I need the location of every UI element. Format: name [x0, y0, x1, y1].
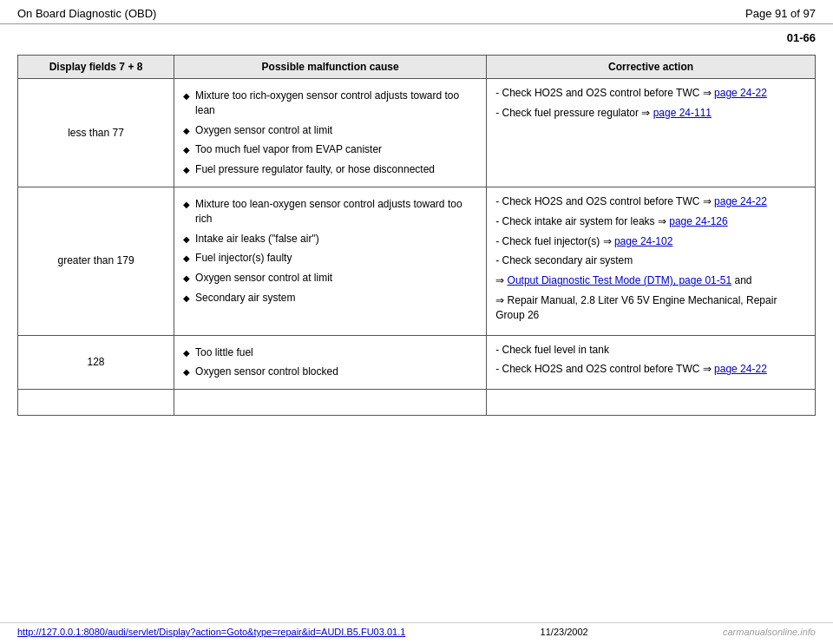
section-number: 01-66	[0, 24, 833, 49]
footer-date: 11/23/2002	[541, 627, 588, 637]
page-header: On Board Diagnostic (OBD) Page 91 of 97	[0, 0, 833, 24]
footer-url[interactable]: http://127.0.0.1:8080/audi/servlet/Displ…	[17, 627, 405, 637]
link[interactable]: page 24-22	[714, 363, 767, 375]
link[interactable]: page 24-111	[653, 107, 712, 119]
bullet-icon: ◆	[183, 125, 190, 137]
link[interactable]: page 24-102	[614, 235, 672, 247]
empty-cell	[174, 390, 487, 416]
bullet-icon: ◆	[183, 347, 190, 359]
bullet-icon: ◆	[183, 273, 190, 285]
corrective-actions: - Check HO2S and O2S control before TWC …	[487, 79, 816, 187]
list-item: ◆ Intake air leaks ("false air")	[183, 229, 477, 249]
corrective-actions: - Check fuel level in tank - Check HO2S …	[487, 335, 816, 390]
link[interactable]: page 24-22	[714, 195, 767, 207]
list-item: ◆ Mixture too lean-oxygen sensor control…	[183, 194, 477, 229]
list-item: ◆ Secondary air system	[183, 288, 477, 308]
list-item: ◆ Oxygen sensor control blocked	[183, 362, 477, 382]
table-row: less than 77 ◆ Mixture too rich-oxygen s…	[18, 79, 816, 187]
list-item: ◆ Oxygen sensor control at limit	[183, 268, 477, 288]
page-number: Page 91 of 97	[745, 7, 816, 20]
list-item: ◆ Fuel pressure regulator faulty, or hos…	[183, 160, 477, 180]
corrective-actions: - Check HO2S and O2S control before TWC …	[487, 187, 816, 335]
page-footer: http://127.0.0.1:8080/audi/servlet/Displ…	[0, 622, 833, 637]
empty-cell	[487, 390, 816, 416]
empty-cell	[18, 390, 174, 416]
bullet-icon: ◆	[183, 253, 190, 265]
link[interactable]: Output Diagnostic Test Mode (DTM), page …	[508, 274, 732, 286]
bullet-icon: ◆	[183, 199, 190, 211]
list-item: ◆ Mixture too rich-oxygen sensor control…	[183, 86, 477, 121]
bullet-icon: ◆	[183, 292, 190, 305]
list-item: ◆ Too much fuel vapor from EVAP canister	[183, 140, 477, 160]
col-corrective: Corrective action	[487, 56, 816, 79]
bullet-icon: ◆	[183, 366, 190, 378]
table-row: 128 ◆ Too little fuel ◆ Oxygen sensor co…	[18, 335, 816, 390]
display-field-value: greater than 179	[18, 187, 174, 335]
bullet-icon: ◆	[183, 233, 190, 246]
bullet-icon: ◆	[183, 144, 190, 156]
display-field-value: less than 77	[18, 79, 174, 187]
table-row: greater than 179 ◆ Mixture too lean-oxyg…	[18, 187, 816, 335]
link[interactable]: page 24-22	[714, 87, 767, 99]
table-header-row: Display fields 7 + 8 Possible malfunctio…	[18, 56, 816, 79]
link[interactable]: page 24-126	[669, 215, 727, 227]
document-title: On Board Diagnostic (OBD)	[17, 7, 156, 20]
list-item: ◆ Oxygen sensor control at limit	[183, 121, 477, 141]
col-malfunction: Possible malfunction cause	[174, 56, 487, 79]
table-row-empty	[18, 390, 816, 416]
bullet-icon: ◆	[183, 164, 190, 176]
malfunction-causes: ◆ Mixture too lean-oxygen sensor control…	[174, 187, 487, 335]
list-item: ◆ Too little fuel	[183, 343, 477, 363]
list-item: ◆ Fuel injector(s) faulty	[183, 248, 477, 268]
malfunction-causes: ◆ Too little fuel ◆ Oxygen sensor contro…	[174, 335, 487, 390]
diagnostic-table: Display fields 7 + 8 Possible malfunctio…	[17, 55, 816, 416]
malfunction-causes: ◆ Mixture too rich-oxygen sensor control…	[174, 79, 487, 187]
bullet-icon: ◆	[183, 90, 190, 102]
footer-logo: carmanualsonline.info	[723, 627, 816, 637]
display-field-value: 128	[18, 335, 174, 390]
main-content: Display fields 7 + 8 Possible malfunctio…	[0, 49, 833, 433]
col-display-fields: Display fields 7 + 8	[18, 56, 174, 79]
